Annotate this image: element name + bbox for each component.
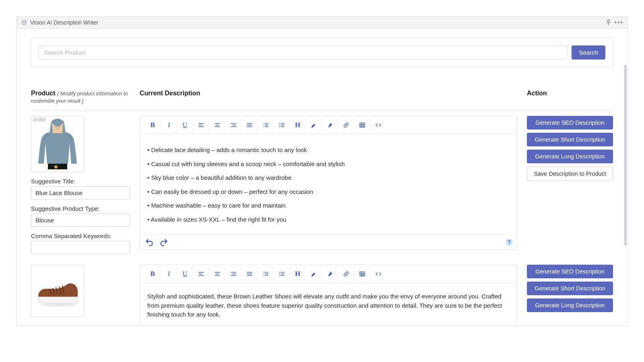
editor-toolbar: B I U 123 H (140, 265, 517, 283)
code-icon[interactable] (370, 119, 386, 132)
unordered-list-icon[interactable] (274, 267, 290, 280)
bold-icon[interactable]: B (145, 267, 161, 280)
rich-text-editor: B I U 123 H (140, 116, 517, 250)
main-area: Search Product ( Modify product informat… (17, 29, 627, 324)
svg-point-15 (279, 272, 280, 273)
generate-seo-button[interactable]: Generate SEO Description (527, 265, 613, 278)
code-icon[interactable] (370, 267, 386, 280)
bullet-line: • Available in sizes XS-XXL – find the r… (147, 215, 510, 224)
generate-short-button[interactable]: Generate Short Description (527, 282, 613, 295)
table-icon[interactable] (354, 267, 370, 280)
align-right-icon[interactable] (225, 119, 242, 132)
brush-icon[interactable] (322, 267, 338, 280)
align-center-icon[interactable] (209, 119, 225, 132)
editor-footer: ? (140, 234, 517, 249)
keywords-input[interactable] (31, 241, 130, 254)
description-cell: B I U 123 H (140, 265, 517, 324)
ordered-list-icon[interactable]: 123 (258, 119, 274, 132)
link-icon[interactable] (338, 119, 354, 132)
align-justify-icon[interactable] (242, 119, 258, 132)
svg-point-7 (279, 125, 280, 125)
svg-point-2 (54, 165, 58, 169)
bullet-line: • Machine washable – easy to care for an… (147, 201, 510, 210)
description-cell: B I U 123 H (140, 116, 517, 254)
align-right-icon[interactable] (225, 267, 242, 280)
svg-point-16 (279, 274, 280, 274)
rich-text-editor: B I U 123 H (140, 265, 517, 324)
align-justify-icon[interactable] (242, 267, 258, 280)
svg-text:3: 3 (263, 125, 264, 128)
pencil-icon[interactable] (306, 119, 322, 132)
svg-point-17 (279, 275, 280, 276)
suggestive-type-input[interactable] (31, 214, 130, 227)
bullet-line: • Casual cut with long sleeves and a sco… (147, 160, 510, 169)
redo-icon[interactable] (159, 237, 169, 247)
more-icon[interactable]: ••• (615, 19, 623, 26)
align-center-icon[interactable] (209, 267, 225, 280)
image-brand-badge: ALFANI (33, 118, 46, 121)
generate-long-button[interactable]: Generate Long Description (527, 150, 613, 163)
search-input[interactable] (39, 45, 568, 60)
italic-icon[interactable]: I (161, 267, 177, 280)
align-left-icon[interactable] (193, 267, 209, 280)
undo-icon[interactable] (144, 237, 155, 247)
product-heading-text: Product (31, 90, 55, 97)
editor-body[interactable]: Stylish and sophisticated, these Brown L… (140, 283, 517, 324)
search-button[interactable]: Search (572, 45, 605, 60)
save-description-button[interactable]: Save Description to Product (527, 167, 613, 181)
underline-icon[interactable]: U (177, 119, 193, 132)
brown-shoe-icon (33, 271, 82, 311)
pencil-icon[interactable] (306, 267, 322, 280)
heading-icon[interactable]: H (290, 119, 306, 132)
description-paragraph: Stylish and sophisticated, these Brown L… (147, 292, 510, 319)
svg-rect-18 (360, 272, 365, 276)
product-image: ALFANI (31, 116, 84, 172)
bullet-line: • Can easily be dressed up or down – per… (147, 187, 510, 197)
header-divider (31, 110, 613, 110)
svg-rect-9 (360, 123, 365, 128)
blue-blouse-icon (32, 116, 83, 172)
suggestive-title-label: Suggestive Title: (31, 178, 130, 185)
brush-icon[interactable] (322, 119, 338, 132)
svg-point-6 (279, 123, 280, 124)
product-column-header: Product ( Modify product information to … (31, 90, 130, 110)
description-column-header: Current Description (140, 90, 517, 110)
bold-icon[interactable]: B (145, 119, 161, 132)
svg-point-8 (279, 126, 280, 127)
ordered-list-icon[interactable]: 123 (258, 267, 274, 280)
editor-body[interactable]: • Delicate lace detailing – adds a roman… (140, 134, 517, 234)
action-column-header: Action (527, 90, 613, 110)
underline-icon[interactable]: U (177, 267, 193, 280)
suggestive-type-label: Suggestive Product Type: (31, 205, 130, 212)
product-cell: ALFANI Suggestive Title: (31, 116, 130, 254)
search-card: Search (31, 38, 613, 67)
bullet-line: • Delicate lace detailing – adds a roman… (147, 146, 510, 155)
link-icon[interactable] (338, 267, 354, 280)
keywords-label: Comma Separated Keywords: (31, 232, 130, 239)
help-icon[interactable]: ? (506, 239, 513, 246)
italic-icon[interactable]: I (161, 119, 177, 132)
product-cell (31, 265, 130, 324)
generate-seo-button[interactable]: Generate SEO Description (527, 116, 613, 130)
action-cell: Generate SEO Description Generate Short … (527, 116, 613, 254)
svg-point-11 (41, 303, 76, 306)
app-icon (21, 20, 27, 25)
product-image (31, 265, 84, 317)
app-title: Vision AI Description Writer (30, 19, 602, 26)
table-icon[interactable] (354, 119, 370, 132)
pin-icon[interactable] (605, 19, 612, 26)
app-window: Vision AI Description Writer ••• Search … (16, 16, 628, 326)
unordered-list-icon[interactable] (274, 119, 290, 132)
svg-text:3: 3 (263, 274, 264, 276)
bullet-line: • Sky blue color – a beautiful addition … (147, 173, 510, 183)
align-left-icon[interactable] (193, 119, 209, 132)
heading-icon[interactable]: H (290, 267, 306, 280)
action-cell: Generate SEO Description Generate Short … (527, 265, 613, 324)
generate-long-button[interactable]: Generate Long Description (527, 298, 613, 312)
titlebar: Vision AI Description Writer ••• (17, 16, 627, 29)
generate-short-button[interactable]: Generate Short Description (527, 133, 613, 146)
suggestive-title-input[interactable] (31, 186, 130, 200)
editor-toolbar: B I U 123 H (140, 116, 517, 134)
